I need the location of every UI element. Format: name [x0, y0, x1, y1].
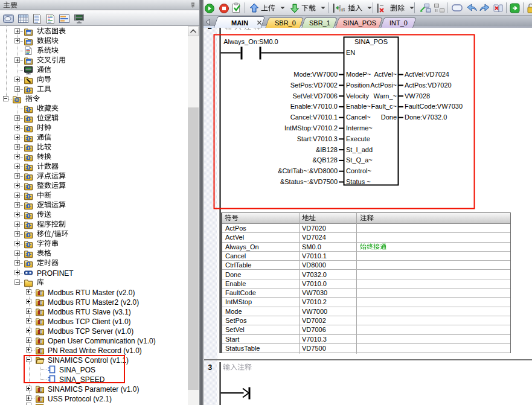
svg-text:HR: HR — [339, 8, 345, 12]
